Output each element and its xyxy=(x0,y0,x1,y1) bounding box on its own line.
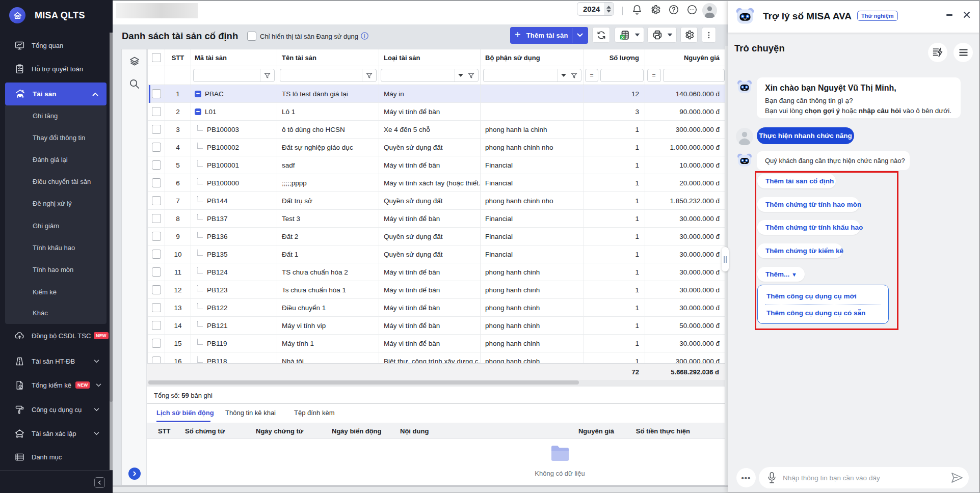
svg-text:X: X xyxy=(621,35,623,39)
